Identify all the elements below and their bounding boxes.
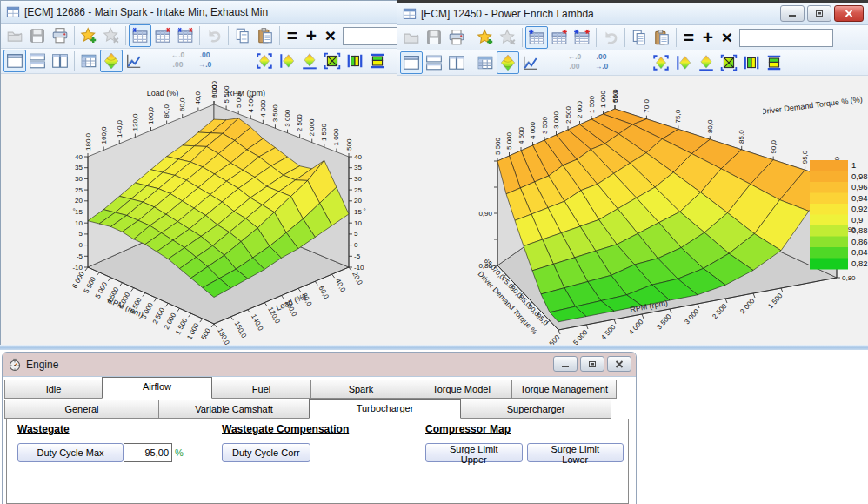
tab-turbocharger[interactable]: Turbocharger — [309, 399, 461, 419]
decimal-decrease-button[interactable]: ←.0.00 — [561, 52, 588, 73]
decimal-decrease-button[interactable]: ←.0.00 — [164, 50, 191, 71]
minimize-button[interactable] — [780, 5, 805, 22]
box-hsplit-button[interactable] — [366, 50, 389, 72]
surface-plot-main-spark[interactable]: -10-10-5-5005510101515202025253030353540… — [1, 74, 397, 346]
box-hsplit-button[interactable] — [763, 51, 785, 74]
tab-supercharger[interactable]: Supercharger — [460, 400, 611, 419]
surface-bottom-axis-button[interactable] — [695, 51, 718, 74]
svg-text:0: 0 — [79, 241, 83, 249]
surface-corners-button[interactable] — [253, 50, 276, 72]
table-view-button[interactable] — [474, 51, 497, 74]
surface-corners-button[interactable] — [650, 51, 672, 74]
line-chart-view-button[interactable] — [123, 50, 145, 72]
favorite-remove-button[interactable] — [497, 26, 519, 49]
tab-variable-camshaft[interactable]: Variable Camshaft — [158, 400, 310, 419]
open-folder-button[interactable] — [400, 26, 423, 49]
close-button[interactable] — [607, 356, 631, 372]
print-button[interactable] — [49, 24, 71, 47]
svg-text:80,0: 80,0 — [706, 119, 714, 133]
svg-text:60,0: 60,0 — [317, 285, 331, 300]
titlebar-engine[interactable]: Engine — [3, 353, 636, 377]
print-button[interactable] — [445, 26, 468, 49]
box-cross-button[interactable] — [718, 51, 740, 74]
layout-single-button[interactable] — [3, 50, 26, 72]
table-freeze-blue-red-button[interactable] — [174, 24, 197, 47]
tab-general[interactable]: General — [4, 400, 159, 419]
box-vsplit-icon — [346, 52, 364, 70]
table-freeze-blue-red-button[interactable] — [571, 26, 593, 49]
surface-plot-power-enrich[interactable]: 0,800,800,900,905001 0001 5002 0002 5003… — [397, 76, 868, 347]
surface-view-button[interactable] — [497, 51, 519, 74]
value-box-input[interactable] — [739, 29, 833, 47]
layout-horizontal-button[interactable] — [26, 50, 49, 72]
table-freeze-red-icon — [154, 27, 171, 44]
paste-button[interactable] — [254, 24, 277, 47]
tab-airflow[interactable]: Airflow — [102, 377, 212, 399]
layout-single-button[interactable] — [400, 51, 423, 74]
restore-button[interactable] — [580, 356, 604, 372]
svg-text:15: 15 — [354, 208, 362, 216]
duty-cycle-corr-button[interactable]: Duty Cycle Corr — [222, 443, 310, 462]
plus-button[interactable]: + — [698, 27, 718, 48]
svg-text:10: 10 — [354, 219, 362, 227]
layout-vertical-button[interactable] — [49, 50, 71, 72]
tab-idle[interactable]: Idle — [4, 380, 103, 399]
surface-view-button[interactable] — [100, 50, 123, 72]
svg-text:1 000: 1 000 — [599, 90, 607, 108]
tab-torque-model[interactable]: Torque Model — [411, 380, 512, 399]
undo-button[interactable] — [203, 24, 225, 47]
line-chart-view-button[interactable] — [519, 51, 542, 74]
svg-text:75,0: 75,0 — [674, 109, 682, 123]
save-button[interactable] — [423, 26, 445, 49]
surge-limit-upper-button[interactable]: Surge Limit Upper — [425, 443, 523, 462]
copy-button[interactable] — [231, 24, 254, 47]
svg-text:2 000: 2 000 — [738, 297, 756, 315]
close-button[interactable] — [834, 5, 864, 22]
decimal-increase-button[interactable]: .00→.0 — [191, 50, 218, 71]
decimal-increase-button[interactable]: .00→.0 — [588, 52, 615, 73]
restore-button[interactable] — [807, 5, 831, 22]
surface-bottom-axis-button[interactable] — [298, 50, 321, 72]
save-button[interactable] — [26, 24, 49, 47]
favorite-remove-button[interactable] — [100, 24, 123, 47]
favorite-add-icon — [477, 29, 494, 46]
surface-left-axis-button[interactable] — [276, 50, 298, 72]
multiply-button[interactable]: × — [718, 27, 737, 48]
svg-text:3 500: 3 500 — [655, 312, 672, 331]
table-freeze-red-button[interactable] — [151, 24, 174, 47]
plus-button[interactable]: + — [302, 25, 321, 46]
multiply-button[interactable]: × — [321, 25, 340, 46]
minimize-button[interactable] — [553, 356, 578, 372]
box-cross-button[interactable] — [321, 50, 344, 72]
titlebar-power-enrich[interactable]: [ECM] 12450 - Power Enrich Lambda — [397, 3, 868, 25]
toolbar-row2: ←.0.00.00→.0 — [397, 50, 868, 76]
engine-icon — [8, 358, 22, 372]
titlebar-main-spark[interactable]: [ECM] 12686 - Main Spark - Intake Min, E… — [1, 1, 397, 24]
table-freeze-blue-button[interactable] — [129, 24, 151, 47]
svg-text:95,0: 95,0 — [801, 150, 809, 164]
open-folder-button[interactable] — [3, 24, 26, 47]
duty-cycle-max-value[interactable]: 95,00 — [124, 443, 172, 462]
favorite-add-button[interactable] — [474, 26, 497, 49]
box-vsplit-button[interactable] — [740, 51, 763, 74]
equals-button[interactable]: = — [679, 27, 698, 48]
table-view-button[interactable] — [77, 50, 100, 72]
favorite-add-button[interactable] — [77, 24, 100, 47]
tab-torque-management[interactable]: Torque Management — [511, 380, 617, 399]
tab-spark[interactable]: Spark — [310, 380, 411, 399]
layout-vertical-button[interactable] — [445, 51, 468, 74]
duty-cycle-max-button[interactable]: Duty Cycle Max — [17, 443, 124, 462]
layout-horizontal-button[interactable] — [423, 51, 445, 74]
undo-button[interactable] — [599, 26, 622, 49]
box-hsplit-icon — [369, 52, 386, 70]
equals-button[interactable]: = — [283, 25, 302, 46]
copy-button[interactable] — [628, 26, 651, 49]
tab-fuel[interactable]: Fuel — [211, 380, 311, 399]
box-vsplit-button[interactable] — [344, 50, 366, 72]
table-freeze-blue-button[interactable] — [525, 26, 548, 49]
value-box-input[interactable] — [343, 27, 397, 45]
table-freeze-red-button[interactable] — [548, 26, 571, 49]
surge-limit-lower-button[interactable]: Surge Limit Lower — [527, 443, 624, 462]
surface-left-axis-button[interactable] — [672, 51, 695, 74]
paste-button[interactable] — [651, 26, 673, 49]
